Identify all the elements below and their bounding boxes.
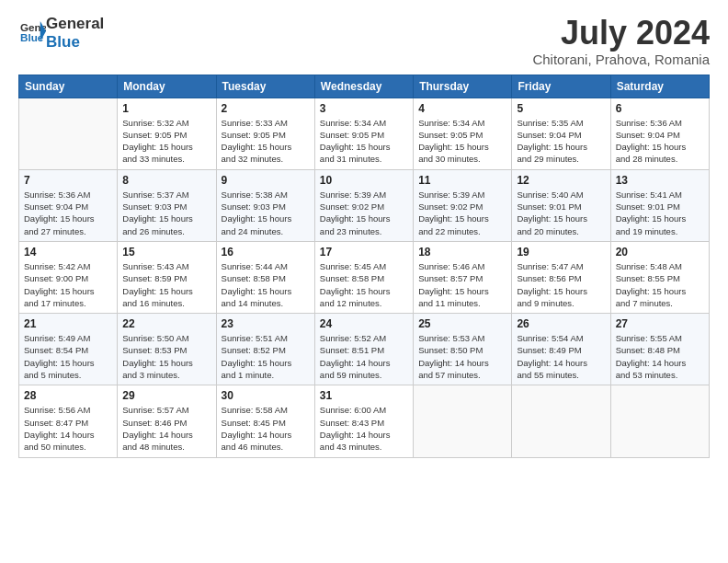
day-info: Sunrise: 5:35 AMSunset: 9:04 PMDaylight:… — [517, 117, 605, 166]
day-info: Sunrise: 5:49 AMSunset: 8:54 PMDaylight:… — [24, 332, 112, 381]
day-number: 31 — [320, 389, 408, 402]
day-number: 20 — [616, 246, 704, 259]
day-info: Sunrise: 5:40 AMSunset: 9:01 PMDaylight:… — [517, 189, 605, 237]
day-number: 4 — [418, 102, 506, 115]
title-block: July 2024 Chitorani, Prahova, Romania — [532, 15, 710, 67]
table-row: 21Sunrise: 5:49 AMSunset: 8:54 PMDayligh… — [19, 314, 118, 385]
calendar-subtitle: Chitorani, Prahova, Romania — [532, 52, 710, 67]
day-info: Sunrise: 5:34 AMSunset: 9:05 PMDaylight:… — [418, 117, 506, 166]
table-row: 12Sunrise: 5:40 AMSunset: 9:01 PMDayligh… — [512, 169, 610, 241]
table-row — [610, 385, 709, 457]
calendar-title: July 2024 — [532, 15, 710, 52]
day-info: Sunrise: 5:38 AMSunset: 9:03 PMDaylight:… — [222, 189, 310, 237]
day-info: Sunrise: 5:56 AMSunset: 8:47 PMDaylight:… — [24, 404, 112, 453]
day-info: Sunrise: 5:36 AMSunset: 9:04 PMDaylight:… — [24, 189, 112, 237]
day-number: 25 — [418, 317, 506, 330]
table-row: 23Sunrise: 5:51 AMSunset: 8:52 PMDayligh… — [216, 314, 314, 385]
table-row: 19Sunrise: 5:47 AMSunset: 8:56 PMDayligh… — [512, 241, 610, 313]
calendar-week-row: 21Sunrise: 5:49 AMSunset: 8:54 PMDayligh… — [19, 314, 710, 385]
table-row: 7Sunrise: 5:36 AMSunset: 9:04 PMDaylight… — [19, 169, 118, 241]
logo-line1: General — [46, 15, 104, 33]
table-row: 20Sunrise: 5:48 AMSunset: 8:55 PMDayligh… — [610, 241, 709, 313]
day-number: 19 — [517, 246, 605, 259]
table-row: 4Sunrise: 5:34 AMSunset: 9:05 PMDaylight… — [414, 98, 512, 169]
table-row: 15Sunrise: 5:43 AMSunset: 8:59 PMDayligh… — [118, 241, 216, 313]
table-row: 22Sunrise: 5:50 AMSunset: 8:53 PMDayligh… — [118, 314, 216, 385]
day-info: Sunrise: 5:44 AMSunset: 8:58 PMDaylight:… — [222, 260, 310, 309]
day-info: Sunrise: 5:46 AMSunset: 8:57 PMDaylight:… — [418, 260, 506, 309]
table-row: 14Sunrise: 5:42 AMSunset: 9:00 PMDayligh… — [19, 241, 118, 313]
day-number: 16 — [222, 246, 310, 259]
table-row: 6Sunrise: 5:36 AMSunset: 9:04 PMDaylight… — [610, 98, 709, 169]
day-info: Sunrise: 5:52 AMSunset: 8:51 PMDaylight:… — [320, 332, 408, 381]
day-info: Sunrise: 5:54 AMSunset: 8:49 PMDaylight:… — [517, 332, 605, 381]
day-info: Sunrise: 5:48 AMSunset: 8:55 PMDaylight:… — [616, 260, 704, 309]
day-number: 13 — [616, 174, 704, 187]
table-row: 16Sunrise: 5:44 AMSunset: 8:58 PMDayligh… — [216, 241, 314, 313]
table-row: 18Sunrise: 5:46 AMSunset: 8:57 PMDayligh… — [414, 241, 512, 313]
day-number: 9 — [222, 174, 310, 187]
day-number: 3 — [320, 102, 408, 115]
day-info: Sunrise: 5:36 AMSunset: 9:04 PMDaylight:… — [616, 117, 704, 166]
day-number: 12 — [517, 174, 605, 187]
calendar-table: Sunday Monday Tuesday Wednesday Thursday… — [18, 75, 710, 458]
day-number: 27 — [616, 317, 704, 330]
table-row: 2Sunrise: 5:33 AMSunset: 9:05 PMDaylight… — [216, 98, 314, 169]
day-info: Sunrise: 5:53 AMSunset: 8:50 PMDaylight:… — [418, 332, 506, 381]
table-row: 29Sunrise: 5:57 AMSunset: 8:46 PMDayligh… — [118, 385, 216, 457]
col-monday: Monday — [118, 75, 216, 98]
day-number: 26 — [517, 317, 605, 330]
day-info: Sunrise: 5:41 AMSunset: 9:01 PMDaylight:… — [616, 189, 704, 237]
logo-line2: Blue — [46, 33, 104, 52]
day-info: Sunrise: 5:55 AMSunset: 8:48 PMDaylight:… — [616, 332, 704, 381]
table-row: 27Sunrise: 5:55 AMSunset: 8:48 PMDayligh… — [610, 314, 709, 385]
logo-icon: General Blue — [20, 18, 46, 44]
calendar-week-row: 14Sunrise: 5:42 AMSunset: 9:00 PMDayligh… — [19, 241, 710, 313]
day-number: 23 — [222, 317, 310, 330]
day-info: Sunrise: 5:33 AMSunset: 9:05 PMDaylight:… — [222, 117, 310, 166]
col-thursday: Thursday — [414, 75, 512, 98]
day-info: Sunrise: 5:50 AMSunset: 8:53 PMDaylight:… — [122, 332, 210, 381]
day-number: 14 — [24, 246, 112, 259]
day-number: 21 — [24, 317, 112, 330]
col-sunday: Sunday — [19, 75, 118, 98]
header: General Blue General Blue July 2024 Chit… — [18, 15, 710, 67]
page: General Blue General Blue July 2024 Chit… — [0, 0, 728, 563]
table-row: 31Sunrise: 6:00 AMSunset: 8:43 PMDayligh… — [314, 385, 413, 457]
day-info: Sunrise: 6:00 AMSunset: 8:43 PMDaylight:… — [320, 404, 408, 453]
calendar-week-row: 7Sunrise: 5:36 AMSunset: 9:04 PMDaylight… — [19, 169, 710, 241]
table-row: 10Sunrise: 5:39 AMSunset: 9:02 PMDayligh… — [314, 169, 413, 241]
day-info: Sunrise: 5:32 AMSunset: 9:05 PMDaylight:… — [122, 117, 210, 166]
day-info: Sunrise: 5:57 AMSunset: 8:46 PMDaylight:… — [122, 404, 210, 453]
day-number: 30 — [222, 389, 310, 402]
day-number: 22 — [122, 317, 210, 330]
col-wednesday: Wednesday — [314, 75, 413, 98]
day-number: 8 — [122, 174, 210, 187]
day-info: Sunrise: 5:42 AMSunset: 9:00 PMDaylight:… — [24, 260, 112, 309]
col-friday: Friday — [512, 75, 610, 98]
table-row: 11Sunrise: 5:39 AMSunset: 9:02 PMDayligh… — [414, 169, 512, 241]
day-number: 24 — [320, 317, 408, 330]
table-row: 1Sunrise: 5:32 AMSunset: 9:05 PMDaylight… — [118, 98, 216, 169]
day-number: 17 — [320, 246, 408, 259]
day-info: Sunrise: 5:47 AMSunset: 8:56 PMDaylight:… — [517, 260, 605, 309]
table-row: 17Sunrise: 5:45 AMSunset: 8:58 PMDayligh… — [314, 241, 413, 313]
day-number: 6 — [616, 102, 704, 115]
day-number: 10 — [320, 174, 408, 187]
table-row: 26Sunrise: 5:54 AMSunset: 8:49 PMDayligh… — [512, 314, 610, 385]
table-row: 28Sunrise: 5:56 AMSunset: 8:47 PMDayligh… — [19, 385, 118, 457]
table-row: 30Sunrise: 5:58 AMSunset: 8:45 PMDayligh… — [216, 385, 314, 457]
table-row: 25Sunrise: 5:53 AMSunset: 8:50 PMDayligh… — [414, 314, 512, 385]
col-saturday: Saturday — [610, 75, 709, 98]
calendar-week-row: 28Sunrise: 5:56 AMSunset: 8:47 PMDayligh… — [19, 385, 710, 457]
day-info: Sunrise: 5:39 AMSunset: 9:02 PMDaylight:… — [320, 189, 408, 237]
day-info: Sunrise: 5:37 AMSunset: 9:03 PMDaylight:… — [122, 189, 210, 237]
day-number: 7 — [24, 174, 112, 187]
col-tuesday: Tuesday — [216, 75, 314, 98]
table-row: 24Sunrise: 5:52 AMSunset: 8:51 PMDayligh… — [314, 314, 413, 385]
day-info: Sunrise: 5:45 AMSunset: 8:58 PMDaylight:… — [320, 260, 408, 309]
table-row — [19, 98, 118, 169]
calendar-header-row: Sunday Monday Tuesday Wednesday Thursday… — [19, 75, 710, 98]
day-info: Sunrise: 5:51 AMSunset: 8:52 PMDaylight:… — [222, 332, 310, 381]
day-info: Sunrise: 5:43 AMSunset: 8:59 PMDaylight:… — [122, 260, 210, 309]
